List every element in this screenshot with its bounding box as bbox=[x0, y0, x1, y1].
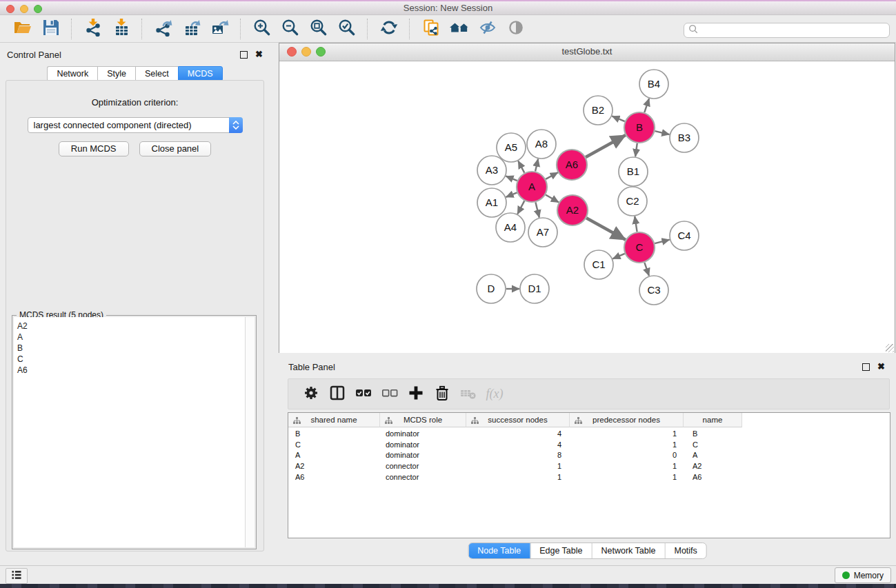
table-cell[interactable]: C bbox=[288, 440, 380, 449]
network-canvas[interactable]: AA1A2A3A4A5A6A7A8BB1B2B3B4CC1C2C3C4DD1 bbox=[279, 61, 895, 353]
edge-C-C3[interactable] bbox=[644, 263, 649, 276]
node-C1[interactable]: C1 bbox=[584, 250, 613, 279]
home-fit-button[interactable] bbox=[445, 17, 473, 41]
table-cell[interactable]: 0 bbox=[570, 451, 684, 459]
node-A2[interactable]: A2 bbox=[557, 195, 588, 225]
table-cell[interactable]: B bbox=[684, 429, 742, 438]
table-cell[interactable]: C bbox=[684, 440, 742, 449]
close-panel-icon[interactable]: ✖ bbox=[255, 50, 263, 59]
table-cell[interactable]: A6 bbox=[684, 473, 742, 481]
table-cell[interactable]: dominator bbox=[380, 440, 466, 449]
node-C[interactable]: C bbox=[624, 232, 655, 263]
network-zoom-button[interactable] bbox=[316, 47, 326, 57]
node-C4[interactable]: C4 bbox=[670, 221, 699, 250]
node-A6[interactable]: A6 bbox=[557, 150, 587, 180]
tab-mcds[interactable]: MCDS bbox=[178, 66, 223, 81]
minimize-window-button[interactable] bbox=[20, 5, 28, 13]
table-row[interactable]: Cdominator41C bbox=[288, 439, 890, 450]
task-history-button[interactable] bbox=[6, 568, 28, 584]
column-header-name[interactable]: name bbox=[684, 413, 742, 427]
edge-C-C1[interactable] bbox=[613, 254, 625, 258]
edge-A2-C[interactable] bbox=[586, 218, 626, 240]
edge-A-A8[interactable] bbox=[535, 159, 538, 171]
network-close-button[interactable] bbox=[287, 47, 297, 57]
node-C2[interactable]: C2 bbox=[618, 187, 647, 216]
zoom-fit-button[interactable] bbox=[304, 17, 332, 41]
node-table[interactable]: shared nameMCDS rolesuccessor nodesprede… bbox=[288, 412, 890, 538]
node-B[interactable]: B bbox=[624, 112, 655, 143]
select-all-checkboxes-button[interactable] bbox=[350, 383, 377, 406]
table-cell[interactable]: A2 bbox=[288, 462, 380, 470]
mcds-result-item[interactable]: A bbox=[17, 332, 255, 343]
network-graph[interactable]: AA1A2A3A4A5A6A7A8BB1B2B3B4CC1C2C3C4DD1 bbox=[279, 61, 895, 352]
search-input[interactable] bbox=[699, 24, 889, 37]
refresh-layout-button[interactable] bbox=[375, 17, 403, 41]
table-cell[interactable]: A6 bbox=[288, 473, 380, 481]
node-A4[interactable]: A4 bbox=[496, 213, 525, 242]
close-table-panel-icon[interactable]: ✖ bbox=[877, 363, 885, 371]
edge-A-A5[interactable] bbox=[518, 161, 524, 172]
table-cell[interactable]: dominator bbox=[380, 451, 466, 459]
mcds-result-item[interactable]: A6 bbox=[17, 365, 255, 376]
table-cell[interactable]: A bbox=[684, 451, 742, 459]
node-A3[interactable]: A3 bbox=[477, 156, 506, 185]
resize-grip-icon[interactable] bbox=[886, 344, 894, 352]
table-cell[interactable]: 8 bbox=[466, 451, 570, 459]
table-row[interactable]: A6connector11A6 bbox=[288, 472, 890, 483]
column-header-MCDS-role[interactable]: MCDS role bbox=[380, 413, 466, 427]
node-C3[interactable]: C3 bbox=[639, 276, 668, 305]
table-cell[interactable]: 1 bbox=[570, 429, 684, 438]
edge-A-A4[interactable] bbox=[517, 201, 524, 214]
open-session-button[interactable] bbox=[8, 17, 37, 41]
node-A[interactable]: A bbox=[517, 172, 547, 202]
close-panel-button[interactable]: Close panel bbox=[139, 141, 212, 156]
mcds-result-item[interactable]: C bbox=[17, 354, 255, 365]
table-cell[interactable]: A2 bbox=[684, 462, 742, 470]
tab-select[interactable]: Select bbox=[135, 66, 178, 81]
node-D[interactable]: D bbox=[477, 274, 506, 303]
edge-B-B1[interactable] bbox=[635, 143, 637, 156]
tab-node-table[interactable]: Node Table bbox=[468, 543, 530, 558]
table-cell[interactable]: 1 bbox=[466, 462, 570, 470]
table-settings-gear-button[interactable] bbox=[298, 383, 324, 406]
network-window-titlebar[interactable]: testGlobe.txt bbox=[279, 43, 895, 61]
column-header-shared-name[interactable]: shared name bbox=[288, 413, 380, 427]
column-header-predecessor-nodes[interactable]: predecessor nodes bbox=[570, 413, 684, 427]
close-window-button[interactable] bbox=[6, 5, 14, 13]
edge-B-B3[interactable] bbox=[655, 131, 669, 134]
network-minimize-button[interactable] bbox=[301, 47, 311, 57]
clone-network-button[interactable] bbox=[417, 17, 445, 41]
node-D1[interactable]: D1 bbox=[520, 274, 549, 303]
mcds-result-item[interactable]: A2 bbox=[17, 321, 255, 332]
save-session-button[interactable] bbox=[37, 17, 65, 41]
split-view-columns-button[interactable] bbox=[324, 383, 350, 406]
tab-network-table[interactable]: Network Table bbox=[592, 543, 665, 558]
import-table-button[interactable] bbox=[107, 17, 135, 41]
node-A7[interactable]: A7 bbox=[528, 218, 557, 247]
table-cell[interactable]: 1 bbox=[570, 462, 684, 470]
zoom-in-button[interactable] bbox=[248, 17, 276, 41]
table-cell[interactable]: 1 bbox=[570, 440, 684, 449]
memory-button[interactable]: Memory bbox=[835, 567, 891, 583]
table-cell[interactable]: 4 bbox=[466, 440, 570, 449]
edge-B-B2[interactable] bbox=[612, 116, 624, 121]
node-A8[interactable]: A8 bbox=[527, 130, 556, 159]
edge-C-C2[interactable] bbox=[635, 216, 637, 232]
show-details-button[interactable] bbox=[501, 17, 530, 41]
node-B4[interactable]: B4 bbox=[639, 70, 668, 99]
zoom-out-button[interactable] bbox=[276, 17, 304, 41]
table-cell[interactable]: connector bbox=[380, 473, 466, 481]
edge-C-C4[interactable] bbox=[655, 240, 669, 244]
import-network-button[interactable] bbox=[79, 17, 107, 41]
result-scrollbar[interactable] bbox=[245, 317, 255, 547]
table-cell[interactable]: dominator bbox=[380, 429, 466, 438]
edge-A-A3[interactable] bbox=[506, 176, 517, 181]
table-row[interactable]: Adominator80A bbox=[288, 450, 890, 461]
float-panel-icon[interactable] bbox=[240, 51, 248, 59]
run-mcds-button[interactable]: Run MCDS bbox=[59, 141, 129, 156]
mcds-result-item[interactable]: B bbox=[17, 343, 255, 354]
column-header-successor-nodes[interactable]: successor nodes bbox=[466, 413, 570, 427]
table-cell[interactable]: connector bbox=[380, 462, 466, 470]
tab-style[interactable]: Style bbox=[97, 66, 135, 81]
zoom-selected-button[interactable] bbox=[332, 17, 361, 41]
